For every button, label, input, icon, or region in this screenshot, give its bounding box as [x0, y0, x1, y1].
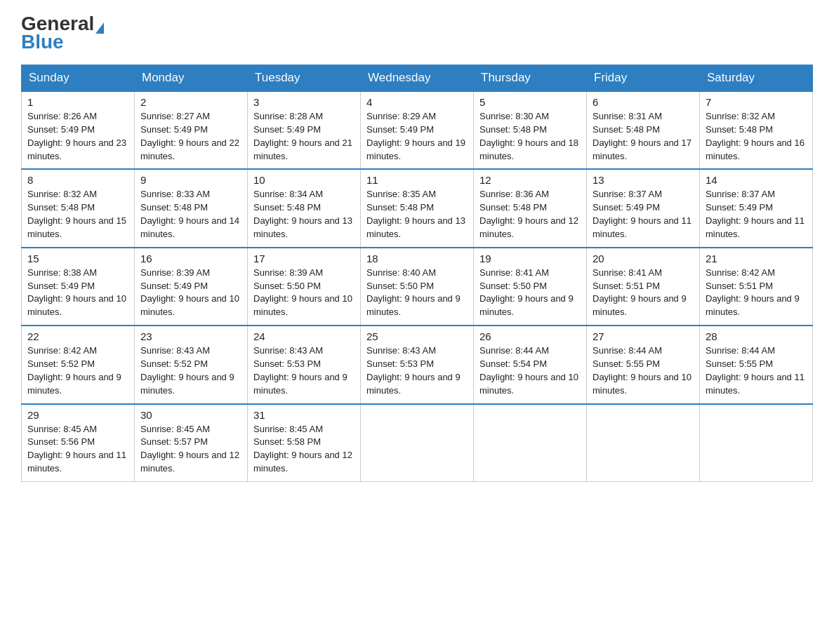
day-number: 14: [706, 174, 807, 186]
day-info: Sunrise: 8:41 AM Sunset: 5:51 PM Dayligh…: [593, 267, 694, 319]
calendar-cell: 7 Sunrise: 8:32 AM Sunset: 5:48 PM Dayli…: [700, 91, 813, 169]
calendar-cell: 3 Sunrise: 8:28 AM Sunset: 5:49 PM Dayli…: [248, 91, 361, 169]
day-number: 5: [479, 96, 581, 108]
calendar-cell: 26 Sunrise: 8:44 AM Sunset: 5:54 PM Dayl…: [474, 326, 587, 403]
day-info: Sunrise: 8:29 AM Sunset: 5:49 PM Dayligh…: [366, 110, 468, 163]
day-info: Sunrise: 8:32 AM Sunset: 5:48 PM Dayligh…: [27, 188, 128, 241]
day-number: 18: [366, 253, 468, 264]
week-row-4: 22 Sunrise: 8:42 AM Sunset: 5:52 PM Dayl…: [22, 326, 813, 403]
day-number: 4: [366, 96, 468, 108]
day-number: 29: [27, 409, 128, 421]
day-number: 8: [27, 174, 128, 186]
day-info: Sunrise: 8:44 AM Sunset: 5:54 PM Dayligh…: [479, 344, 581, 397]
calendar-cell: [700, 404, 813, 482]
logo: General Blue: [21, 14, 104, 52]
day-number: 1: [27, 96, 128, 108]
calendar-cell: 19 Sunrise: 8:41 AM Sunset: 5:50 PM Dayl…: [474, 248, 587, 326]
calendar-cell: 17 Sunrise: 8:39 AM Sunset: 5:50 PM Dayl…: [248, 248, 361, 326]
day-number: 22: [27, 330, 128, 342]
calendar-cell: 9 Sunrise: 8:33 AM Sunset: 5:48 PM Dayli…: [135, 169, 248, 247]
calendar-cell: [587, 404, 700, 482]
calendar-cell: 16 Sunrise: 8:39 AM Sunset: 5:49 PM Dayl…: [135, 248, 248, 326]
day-number: 12: [479, 174, 581, 186]
calendar-cell: 2 Sunrise: 8:27 AM Sunset: 5:49 PM Dayli…: [135, 91, 248, 169]
calendar-cell: 1 Sunrise: 8:26 AM Sunset: 5:49 PM Dayli…: [22, 91, 135, 169]
calendar-cell: 22 Sunrise: 8:42 AM Sunset: 5:52 PM Dayl…: [22, 326, 135, 403]
calendar-cell: 27 Sunrise: 8:44 AM Sunset: 5:55 PM Dayl…: [587, 326, 700, 403]
header-tuesday: Tuesday: [248, 65, 361, 92]
calendar-cell: 24 Sunrise: 8:43 AM Sunset: 5:53 PM Dayl…: [248, 326, 361, 403]
day-number: 17: [253, 253, 355, 264]
day-info: Sunrise: 8:44 AM Sunset: 5:55 PM Dayligh…: [593, 344, 694, 397]
calendar-cell: 13 Sunrise: 8:37 AM Sunset: 5:49 PM Dayl…: [587, 169, 700, 247]
logo-blue-text: Blue: [21, 32, 104, 52]
page-header: General Blue: [21, 14, 813, 52]
calendar-cell: 14 Sunrise: 8:37 AM Sunset: 5:49 PM Dayl…: [700, 169, 813, 247]
header-monday: Monday: [135, 65, 248, 92]
week-row-5: 29 Sunrise: 8:45 AM Sunset: 5:56 PM Dayl…: [22, 404, 813, 482]
day-info: Sunrise: 8:37 AM Sunset: 5:49 PM Dayligh…: [706, 188, 807, 241]
day-info: Sunrise: 8:43 AM Sunset: 5:52 PM Dayligh…: [140, 344, 241, 397]
header-wednesday: Wednesday: [361, 65, 474, 92]
day-info: Sunrise: 8:45 AM Sunset: 5:56 PM Dayligh…: [27, 423, 128, 476]
calendar-table: SundayMondayTuesdayWednesdayThursdayFrid…: [21, 65, 813, 482]
day-number: 28: [706, 330, 807, 342]
calendar-cell: [474, 404, 587, 482]
day-number: 3: [253, 96, 355, 108]
week-row-1: 1 Sunrise: 8:26 AM Sunset: 5:49 PM Dayli…: [22, 91, 813, 169]
day-info: Sunrise: 8:27 AM Sunset: 5:49 PM Dayligh…: [140, 110, 241, 163]
header-thursday: Thursday: [474, 65, 587, 92]
day-number: 19: [479, 253, 581, 264]
day-number: 6: [593, 96, 694, 108]
day-info: Sunrise: 8:45 AM Sunset: 5:57 PM Dayligh…: [140, 423, 241, 476]
day-number: 20: [593, 253, 694, 264]
day-info: Sunrise: 8:40 AM Sunset: 5:50 PM Dayligh…: [366, 267, 468, 319]
calendar-cell: 8 Sunrise: 8:32 AM Sunset: 5:48 PM Dayli…: [22, 169, 135, 247]
calendar-cell: 6 Sunrise: 8:31 AM Sunset: 5:48 PM Dayli…: [587, 91, 700, 169]
day-number: 31: [253, 409, 355, 421]
header-saturday: Saturday: [700, 65, 813, 92]
day-info: Sunrise: 8:43 AM Sunset: 5:53 PM Dayligh…: [366, 344, 468, 397]
calendar-cell: 10 Sunrise: 8:34 AM Sunset: 5:48 PM Dayl…: [248, 169, 361, 247]
day-info: Sunrise: 8:44 AM Sunset: 5:55 PM Dayligh…: [706, 344, 807, 397]
day-info: Sunrise: 8:43 AM Sunset: 5:53 PM Dayligh…: [253, 344, 355, 397]
calendar-cell: 18 Sunrise: 8:40 AM Sunset: 5:50 PM Dayl…: [361, 248, 474, 326]
day-number: 15: [27, 253, 128, 264]
calendar-cell: 28 Sunrise: 8:44 AM Sunset: 5:55 PM Dayl…: [700, 326, 813, 403]
calendar-cell: 25 Sunrise: 8:43 AM Sunset: 5:53 PM Dayl…: [361, 326, 474, 403]
day-number: 24: [253, 330, 355, 342]
calendar-cell: [361, 404, 474, 482]
day-info: Sunrise: 8:39 AM Sunset: 5:50 PM Dayligh…: [253, 267, 355, 319]
day-number: 10: [253, 174, 355, 186]
day-info: Sunrise: 8:33 AM Sunset: 5:48 PM Dayligh…: [140, 188, 241, 241]
calendar-cell: 23 Sunrise: 8:43 AM Sunset: 5:52 PM Dayl…: [135, 326, 248, 403]
day-info: Sunrise: 8:41 AM Sunset: 5:50 PM Dayligh…: [479, 267, 581, 319]
day-number: 23: [140, 330, 241, 342]
calendar-cell: 5 Sunrise: 8:30 AM Sunset: 5:48 PM Dayli…: [474, 91, 587, 169]
calendar-cell: 11 Sunrise: 8:35 AM Sunset: 5:48 PM Dayl…: [361, 169, 474, 247]
header-friday: Friday: [587, 65, 700, 92]
day-info: Sunrise: 8:34 AM Sunset: 5:48 PM Dayligh…: [253, 188, 355, 241]
day-info: Sunrise: 8:26 AM Sunset: 5:49 PM Dayligh…: [27, 110, 128, 163]
day-info: Sunrise: 8:38 AM Sunset: 5:49 PM Dayligh…: [27, 267, 128, 319]
calendar-cell: 12 Sunrise: 8:36 AM Sunset: 5:48 PM Dayl…: [474, 169, 587, 247]
day-number: 7: [706, 96, 807, 108]
day-number: 30: [140, 409, 241, 421]
calendar-cell: 15 Sunrise: 8:38 AM Sunset: 5:49 PM Dayl…: [22, 248, 135, 326]
calendar-cell: 30 Sunrise: 8:45 AM Sunset: 5:57 PM Dayl…: [135, 404, 248, 482]
day-number: 26: [479, 330, 581, 342]
calendar-cell: 20 Sunrise: 8:41 AM Sunset: 5:51 PM Dayl…: [587, 248, 700, 326]
calendar-cell: 31 Sunrise: 8:45 AM Sunset: 5:58 PM Dayl…: [248, 404, 361, 482]
day-number: 9: [140, 174, 241, 186]
calendar-cell: 21 Sunrise: 8:42 AM Sunset: 5:51 PM Dayl…: [700, 248, 813, 326]
day-number: 2: [140, 96, 241, 108]
day-number: 11: [366, 174, 468, 186]
day-number: 25: [366, 330, 468, 342]
day-info: Sunrise: 8:36 AM Sunset: 5:48 PM Dayligh…: [479, 188, 581, 241]
calendar-cell: 4 Sunrise: 8:29 AM Sunset: 5:49 PM Dayli…: [361, 91, 474, 169]
day-info: Sunrise: 8:42 AM Sunset: 5:51 PM Dayligh…: [706, 267, 807, 319]
day-number: 16: [140, 253, 241, 264]
day-info: Sunrise: 8:28 AM Sunset: 5:49 PM Dayligh…: [253, 110, 355, 163]
day-info: Sunrise: 8:30 AM Sunset: 5:48 PM Dayligh…: [479, 110, 581, 163]
day-info: Sunrise: 8:32 AM Sunset: 5:48 PM Dayligh…: [706, 110, 807, 163]
